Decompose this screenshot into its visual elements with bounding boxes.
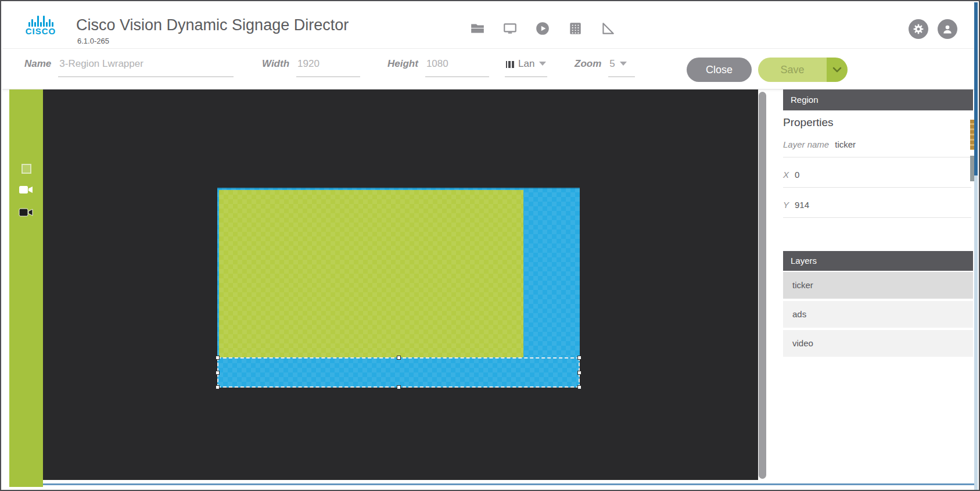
resize-handle-bottom-right[interactable] — [577, 385, 581, 389]
header-nav — [470, 21, 615, 36]
video-camera-light-icon[interactable] — [19, 184, 34, 196]
resize-handle-bottom-center[interactable] — [397, 385, 401, 389]
zoom-field: Zoom 5 — [575, 58, 635, 77]
app-window: CISCO Cisco Vision Dynamic Signage Direc… — [0, 0, 980, 491]
x-row: X 0 — [783, 170, 971, 188]
layer-row-ticker[interactable]: ticker — [783, 272, 973, 299]
orientation-field: Lan — [505, 58, 547, 77]
cisco-logo: CISCO — [23, 13, 58, 36]
chevron-down-icon — [539, 62, 546, 66]
cisco-logo-text: CISCO — [23, 27, 58, 36]
resize-handle-top-center[interactable] — [397, 356, 401, 360]
save-button[interactable]: Save — [758, 58, 827, 82]
layers-panel-header: Layers — [783, 251, 973, 271]
resize-handle-top-right[interactable] — [577, 356, 581, 360]
resize-handle-top-left[interactable] — [216, 356, 220, 360]
chevron-down-icon — [620, 62, 627, 66]
resize-handle-middle-left[interactable] — [216, 371, 220, 375]
play-circle-icon[interactable] — [535, 21, 550, 36]
x-input[interactable]: 0 — [795, 170, 799, 180]
zoom-label: Zoom — [575, 58, 601, 70]
y-row: Y 914 — [783, 200, 971, 218]
close-button[interactable]: Close — [687, 58, 752, 82]
layer-row-video[interactable]: video — [783, 330, 973, 357]
height-label: Height — [387, 58, 418, 70]
chevron-down-icon — [832, 67, 842, 73]
layer-row-ads[interactable]: ads — [783, 301, 973, 328]
save-options-button[interactable] — [827, 58, 848, 82]
width-label: Width — [262, 58, 289, 70]
zoom-value: 5 — [609, 58, 615, 70]
properties-heading: Properties — [783, 116, 834, 129]
cisco-logo-bars-icon — [23, 13, 58, 27]
name-label: Name — [24, 58, 51, 70]
region-panel-header: Region — [783, 89, 973, 110]
region-tool-icon[interactable] — [21, 164, 31, 174]
layer-name-label: Layer name — [783, 139, 829, 149]
app-version: 6.1.0-265 — [77, 37, 109, 45]
edge-fragment-gray — [970, 156, 974, 181]
measure-triangle-icon[interactable] — [600, 21, 615, 36]
video-camera-dark-icon[interactable] — [18, 206, 34, 219]
template-width-field: Width 1920 — [262, 58, 360, 77]
layer-name-input[interactable]: ticker — [835, 139, 856, 149]
window-scrollbar-thumb[interactable] — [974, 2, 978, 175]
name-input[interactable]: 3-Region Lwrapper — [58, 58, 234, 77]
canvas-scrollbar[interactable] — [759, 92, 766, 479]
app-header: CISCO Cisco Vision Dynamic Signage Direc… — [2, 1, 978, 49]
schedule-icon[interactable] — [568, 21, 583, 36]
resize-handle-middle-right[interactable] — [577, 371, 581, 375]
x-label: X — [783, 170, 789, 180]
template-name-field: Name 3-Region Lwrapper — [24, 58, 234, 77]
height-input[interactable]: 1080 — [425, 58, 489, 77]
width-input[interactable]: 1920 — [296, 58, 360, 77]
user-icon[interactable] — [938, 19, 957, 39]
y-input[interactable]: 914 — [795, 200, 809, 210]
page-title: Cisco Vision Dynamic Signage Director — [76, 16, 349, 34]
orientation-select[interactable]: Lan — [505, 58, 547, 77]
gear-icon[interactable] — [909, 19, 928, 39]
folder-icon[interactable] — [470, 21, 485, 36]
edge-fragment-orange — [970, 120, 974, 150]
layer-name-row: Layer name ticker — [783, 139, 971, 157]
display-icon[interactable] — [502, 21, 518, 36]
orientation-value: Lan — [518, 58, 534, 70]
zoom-select[interactable]: 5 — [608, 58, 635, 77]
region-ads[interactable] — [219, 190, 523, 357]
region-ticker-selected[interactable] — [217, 357, 580, 388]
y-label: Y — [783, 200, 789, 210]
landscape-orientation-icon — [506, 61, 514, 68]
tools-sidebar — [9, 89, 43, 487]
bottom-border-line — [43, 483, 974, 485]
resize-handle-bottom-left[interactable] — [216, 385, 220, 389]
save-split-button: Save — [758, 58, 848, 82]
template-height-field: Height 1080 — [387, 58, 489, 77]
template-canvas[interactable] — [43, 89, 758, 480]
